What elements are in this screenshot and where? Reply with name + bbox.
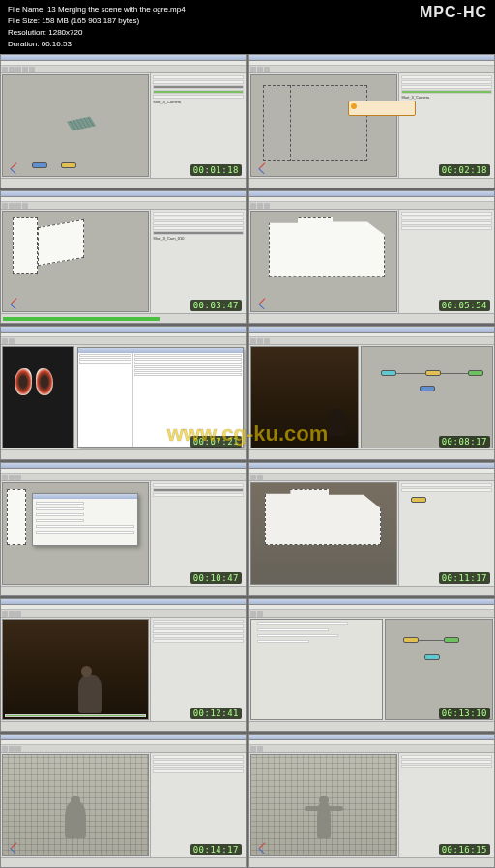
thumb-body bbox=[249, 481, 494, 586]
timecode-overlay: 00:16:15 bbox=[439, 844, 490, 855]
thumbnail[interactable]: 00:12:41 bbox=[0, 598, 247, 733]
toolbar-icon bbox=[9, 746, 15, 752]
panel-field bbox=[153, 493, 244, 497]
node-wire bbox=[441, 373, 468, 374]
timecode-overlay: 00:07:21 bbox=[190, 436, 242, 448]
wall-wireframe-icon bbox=[290, 85, 291, 161]
metadata-header: File Name: 13 Merging the scene with the… bbox=[0, 0, 495, 54]
thumb-body bbox=[1, 345, 246, 449]
timecode-overlay: 00:03:47 bbox=[190, 300, 242, 311]
toolbar-icon bbox=[2, 611, 8, 617]
toolbar-icon bbox=[22, 67, 28, 72]
status-bar bbox=[1, 178, 246, 188]
dialog-field bbox=[36, 531, 134, 534]
thumbnail[interactable]: Shot_3_Camera 00:02:18 bbox=[248, 54, 495, 188]
toolbar-icon bbox=[250, 203, 256, 209]
panel-field bbox=[153, 75, 244, 79]
wall-geometry-icon bbox=[265, 489, 381, 545]
file-name-label: File Name: bbox=[8, 5, 45, 14]
status-bar bbox=[249, 313, 494, 323]
properties-panel bbox=[150, 618, 246, 722]
viewport-3d bbox=[250, 482, 397, 585]
panel-field bbox=[153, 639, 244, 643]
duration-value: 00:16:53 bbox=[42, 40, 72, 48]
viewport-3d bbox=[2, 482, 149, 585]
dialog-field bbox=[36, 513, 84, 516]
file-size-label: File Size: bbox=[8, 16, 40, 25]
node-icon bbox=[425, 370, 441, 376]
toolbar-icon bbox=[264, 203, 270, 209]
thumb-body bbox=[249, 345, 494, 449]
toolbar-icon bbox=[250, 475, 256, 480]
camera-label: Shot_3_Camera bbox=[153, 100, 244, 104]
toolbar-icon bbox=[257, 203, 263, 209]
text-line bbox=[257, 640, 309, 643]
viewport-3d bbox=[2, 754, 149, 856]
toolbar-icon bbox=[2, 203, 8, 209]
thumbnail[interactable]: Shot_3_Cam_010 00:03:47 bbox=[0, 190, 247, 325]
status-bar bbox=[249, 449, 494, 459]
folder-tree bbox=[78, 353, 133, 447]
status-bar bbox=[1, 313, 246, 323]
character-mesh-icon bbox=[65, 801, 86, 838]
properties-panel: Shot_3_Camera bbox=[398, 73, 494, 178]
panel-field bbox=[401, 488, 492, 492]
thumbnail[interactable]: Shot_3_Camera 00:01:18 bbox=[0, 54, 247, 188]
character-silhouette-icon bbox=[329, 409, 346, 436]
thumbnail[interactable]: 00:11:17 bbox=[248, 462, 495, 596]
panel-field bbox=[153, 488, 244, 492]
toolbar-icon bbox=[250, 67, 256, 72]
tree-item bbox=[79, 362, 131, 364]
thumb-body: Shot_3_Cam_010 bbox=[1, 210, 246, 314]
window-toolbar bbox=[249, 745, 494, 753]
status-bar bbox=[1, 449, 246, 459]
camera-label: Shot_3_Camera bbox=[401, 95, 492, 100]
thumb-body: Shot_3_Camera bbox=[249, 73, 494, 178]
thumbnail[interactable]: 00:14:17 bbox=[0, 734, 247, 868]
viewport-3d bbox=[250, 754, 397, 856]
panel-field bbox=[153, 483, 244, 487]
thumb-body bbox=[249, 210, 494, 314]
toolbar-icon bbox=[15, 746, 21, 752]
timecode-overlay: 00:13:10 bbox=[439, 708, 490, 719]
playback-bar bbox=[5, 714, 146, 717]
toolbar-icon bbox=[15, 611, 21, 617]
wing-icon bbox=[36, 368, 53, 395]
panel-field bbox=[153, 85, 244, 89]
thumbnail[interactable]: 00:16:15 bbox=[248, 734, 495, 868]
timecode-overlay: 00:11:17 bbox=[439, 572, 490, 584]
timecode-overlay: 00:02:18 bbox=[439, 164, 490, 176]
toolbar-icon bbox=[9, 611, 15, 617]
window-toolbar bbox=[1, 202, 246, 210]
thumb-body bbox=[1, 481, 246, 586]
toolbar-icon bbox=[257, 67, 263, 72]
toolbar-icon bbox=[9, 475, 15, 480]
toolbar-icon bbox=[29, 67, 35, 72]
panel-field bbox=[153, 629, 244, 633]
toolbar-icon bbox=[15, 67, 21, 72]
toolbar-icon bbox=[9, 203, 15, 209]
thumbnail[interactable]: 00:05:54 bbox=[248, 190, 495, 325]
thumbnail[interactable]: 00:08:17 bbox=[248, 326, 495, 460]
status-bar bbox=[249, 178, 494, 188]
thumbnail[interactable]: 00:10:47 bbox=[0, 462, 247, 596]
timecode-overlay: 00:01:18 bbox=[190, 164, 242, 176]
viewport-dark bbox=[2, 346, 74, 448]
thumb-body: Shot_3_Camera bbox=[1, 73, 246, 178]
viewport-render bbox=[250, 346, 359, 448]
thumbnail[interactable]: 00:07:21 bbox=[0, 326, 247, 460]
panel-field bbox=[401, 765, 492, 768]
dialog-field bbox=[36, 507, 84, 510]
thumbnail[interactable]: 00:13:10 bbox=[248, 598, 495, 733]
settings-dialog bbox=[32, 493, 138, 546]
panel-field bbox=[401, 755, 492, 759]
butterfly-icon bbox=[15, 368, 53, 401]
toolbar-icon bbox=[2, 475, 8, 480]
node-icon bbox=[420, 386, 435, 391]
properties-panel bbox=[398, 210, 494, 314]
panel-field bbox=[401, 760, 492, 764]
window-toolbar bbox=[1, 337, 246, 345]
panel-status-row bbox=[401, 90, 492, 94]
status-bar bbox=[1, 586, 246, 595]
toolbar-icon bbox=[9, 67, 15, 72]
